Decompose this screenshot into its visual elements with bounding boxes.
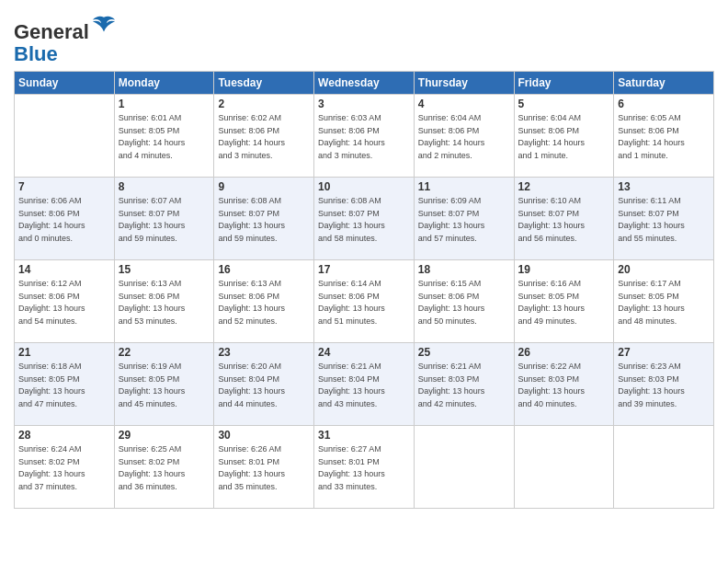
calendar-header-row: SundayMondayTuesdayWednesdayThursdayFrid…: [15, 72, 714, 95]
calendar-cell: 16Sunrise: 6:13 AM Sunset: 8:06 PM Dayli…: [214, 260, 314, 343]
day-info: Sunrise: 6:07 AM Sunset: 8:07 PM Dayligh…: [119, 195, 210, 245]
day-info: Sunrise: 6:23 AM Sunset: 8:03 PM Dayligh…: [618, 361, 710, 410]
day-number: 22: [119, 346, 210, 359]
calendar-cell: 20Sunrise: 6:17 AM Sunset: 8:05 PM Dayli…: [614, 260, 714, 343]
day-info: Sunrise: 6:10 AM Sunset: 8:07 PM Dayligh…: [518, 195, 610, 245]
calendar-cell: 15Sunrise: 6:13 AM Sunset: 8:06 PM Dayli…: [114, 260, 214, 343]
day-number: 19: [518, 263, 610, 276]
day-number: 24: [318, 346, 410, 359]
day-info: Sunrise: 6:12 AM Sunset: 8:06 PM Dayligh…: [18, 278, 110, 327]
day-number: 11: [418, 180, 510, 193]
day-info: Sunrise: 6:25 AM Sunset: 8:02 PM Dayligh…: [119, 443, 210, 493]
day-info: Sunrise: 6:20 AM Sunset: 8:04 PM Dayligh…: [218, 361, 310, 410]
calendar-cell: 21Sunrise: 6:18 AM Sunset: 8:05 PM Dayli…: [15, 343, 115, 426]
calendar-cell: 11Sunrise: 6:09 AM Sunset: 8:07 PM Dayli…: [414, 178, 514, 260]
day-number: 23: [218, 346, 310, 359]
calendar-cell: 26Sunrise: 6:22 AM Sunset: 8:03 PM Dayli…: [514, 343, 614, 426]
calendar-cell: 13Sunrise: 6:11 AM Sunset: 8:07 PM Dayli…: [614, 178, 714, 260]
day-number: 13: [618, 180, 710, 193]
calendar-cell: 8Sunrise: 6:07 AM Sunset: 8:07 PM Daylig…: [114, 178, 214, 260]
calendar-cell: 17Sunrise: 6:14 AM Sunset: 8:06 PM Dayli…: [314, 260, 415, 343]
day-info: Sunrise: 6:03 AM Sunset: 8:06 PM Dayligh…: [318, 112, 410, 162]
logo-general: General: [14, 20, 89, 43]
day-info: Sunrise: 6:17 AM Sunset: 8:05 PM Dayligh…: [618, 278, 710, 327]
calendar-cell: 14Sunrise: 6:12 AM Sunset: 8:06 PM Dayli…: [15, 260, 115, 343]
day-info: Sunrise: 6:27 AM Sunset: 8:01 PM Dayligh…: [318, 443, 410, 493]
day-header-wednesday: Wednesday: [314, 72, 415, 95]
day-number: 9: [218, 180, 310, 193]
calendar-cell: 30Sunrise: 6:26 AM Sunset: 8:01 PM Dayli…: [214, 426, 314, 509]
calendar-cell: [414, 426, 514, 509]
day-number: 28: [18, 429, 110, 442]
calendar-cell: 23Sunrise: 6:20 AM Sunset: 8:04 PM Dayli…: [214, 343, 314, 426]
day-number: 14: [18, 263, 110, 276]
day-number: 17: [318, 263, 410, 276]
day-info: Sunrise: 6:04 AM Sunset: 8:06 PM Dayligh…: [518, 112, 610, 162]
day-header-saturday: Saturday: [614, 72, 714, 95]
calendar-cell: [514, 426, 614, 509]
calendar-cell: 7Sunrise: 6:06 AM Sunset: 8:06 PM Daylig…: [15, 178, 115, 260]
day-info: Sunrise: 6:13 AM Sunset: 8:06 PM Dayligh…: [119, 278, 210, 327]
day-number: 4: [418, 98, 510, 110]
calendar-cell: 2Sunrise: 6:02 AM Sunset: 8:06 PM Daylig…: [214, 95, 314, 178]
day-number: 7: [18, 180, 110, 193]
calendar-cell: 12Sunrise: 6:10 AM Sunset: 8:07 PM Dayli…: [514, 178, 614, 260]
calendar-cell: 31Sunrise: 6:27 AM Sunset: 8:01 PM Dayli…: [314, 426, 415, 509]
day-info: Sunrise: 6:11 AM Sunset: 8:07 PM Dayligh…: [618, 195, 710, 245]
day-info: Sunrise: 6:13 AM Sunset: 8:06 PM Dayligh…: [218, 278, 310, 327]
day-info: Sunrise: 6:02 AM Sunset: 8:06 PM Dayligh…: [218, 112, 310, 162]
calendar-table: SundayMondayTuesdayWednesdayThursdayFrid…: [14, 71, 714, 509]
day-info: Sunrise: 6:08 AM Sunset: 8:07 PM Dayligh…: [218, 195, 310, 245]
calendar-cell: 18Sunrise: 6:15 AM Sunset: 8:06 PM Dayli…: [414, 260, 514, 343]
day-info: Sunrise: 6:21 AM Sunset: 8:03 PM Dayligh…: [418, 361, 510, 410]
calendar-cell: 29Sunrise: 6:25 AM Sunset: 8:02 PM Dayli…: [114, 426, 214, 509]
day-info: Sunrise: 6:15 AM Sunset: 8:06 PM Dayligh…: [418, 278, 510, 327]
day-number: 26: [518, 346, 610, 359]
day-number: 1: [119, 98, 210, 110]
calendar-week-row: 28Sunrise: 6:24 AM Sunset: 8:02 PM Dayli…: [15, 426, 714, 509]
logo-bird-icon: [91, 13, 117, 39]
day-info: Sunrise: 6:16 AM Sunset: 8:05 PM Dayligh…: [518, 278, 610, 327]
day-header-thursday: Thursday: [414, 72, 514, 95]
day-number: 10: [318, 180, 410, 193]
day-info: Sunrise: 6:09 AM Sunset: 8:07 PM Dayligh…: [418, 195, 510, 245]
calendar-cell: [614, 426, 714, 509]
logo-blue: Blue: [14, 42, 58, 65]
day-number: 5: [518, 98, 610, 110]
day-number: 2: [218, 98, 310, 110]
day-info: Sunrise: 6:05 AM Sunset: 8:06 PM Dayligh…: [618, 112, 710, 162]
day-info: Sunrise: 6:06 AM Sunset: 8:06 PM Dayligh…: [18, 195, 110, 245]
day-number: 15: [119, 263, 210, 276]
calendar-cell: [15, 95, 115, 178]
calendar-week-row: 21Sunrise: 6:18 AM Sunset: 8:05 PM Dayli…: [15, 343, 714, 426]
calendar-cell: 3Sunrise: 6:03 AM Sunset: 8:06 PM Daylig…: [314, 95, 415, 178]
day-number: 3: [318, 98, 410, 110]
day-number: 18: [418, 263, 510, 276]
day-info: Sunrise: 6:24 AM Sunset: 8:02 PM Dayligh…: [18, 443, 110, 493]
calendar-cell: 22Sunrise: 6:19 AM Sunset: 8:05 PM Dayli…: [114, 343, 214, 426]
day-info: Sunrise: 6:22 AM Sunset: 8:03 PM Dayligh…: [518, 361, 610, 410]
day-info: Sunrise: 6:21 AM Sunset: 8:04 PM Dayligh…: [318, 361, 410, 410]
day-header-monday: Monday: [114, 72, 214, 95]
day-header-sunday: Sunday: [15, 72, 115, 95]
page-header: General Blue: [14, 9, 714, 65]
day-info: Sunrise: 6:26 AM Sunset: 8:01 PM Dayligh…: [218, 443, 310, 493]
day-info: Sunrise: 6:18 AM Sunset: 8:05 PM Dayligh…: [18, 361, 110, 410]
day-number: 27: [618, 346, 710, 359]
day-info: Sunrise: 6:19 AM Sunset: 8:05 PM Dayligh…: [119, 361, 210, 410]
logo: General Blue: [14, 9, 117, 65]
calendar-cell: 10Sunrise: 6:08 AM Sunset: 8:07 PM Dayli…: [314, 178, 415, 260]
day-number: 25: [418, 346, 510, 359]
day-info: Sunrise: 6:01 AM Sunset: 8:05 PM Dayligh…: [119, 112, 210, 162]
day-number: 31: [318, 429, 410, 442]
calendar-cell: 27Sunrise: 6:23 AM Sunset: 8:03 PM Dayli…: [614, 343, 714, 426]
calendar-cell: 9Sunrise: 6:08 AM Sunset: 8:07 PM Daylig…: [214, 178, 314, 260]
calendar-cell: 25Sunrise: 6:21 AM Sunset: 8:03 PM Dayli…: [414, 343, 514, 426]
calendar-week-row: 7Sunrise: 6:06 AM Sunset: 8:06 PM Daylig…: [15, 178, 714, 260]
day-number: 29: [119, 429, 210, 442]
day-number: 20: [618, 263, 710, 276]
day-info: Sunrise: 6:04 AM Sunset: 8:06 PM Dayligh…: [418, 112, 510, 162]
day-number: 16: [218, 263, 310, 276]
calendar-week-row: 14Sunrise: 6:12 AM Sunset: 8:06 PM Dayli…: [15, 260, 714, 343]
calendar-cell: 1Sunrise: 6:01 AM Sunset: 8:05 PM Daylig…: [114, 95, 214, 178]
